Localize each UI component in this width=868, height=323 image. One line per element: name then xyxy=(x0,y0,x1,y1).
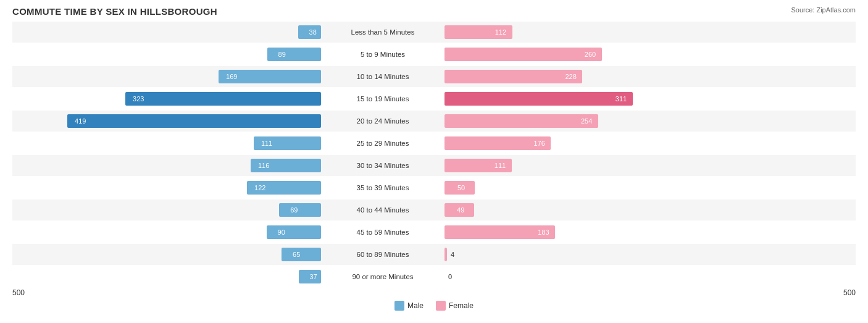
value-male: 116 xyxy=(258,162,269,169)
value-female: 228 xyxy=(565,73,576,80)
legend-male-box xyxy=(394,301,404,311)
bar-label: 20 to 24 Minutes xyxy=(321,117,444,125)
bar-row: 16910 to 14 Minutes228 xyxy=(12,66,856,87)
bar-label: 25 to 29 Minutes xyxy=(321,140,444,147)
value-male: 37 xyxy=(310,273,317,280)
legend-male: Male xyxy=(394,301,424,311)
bar-male xyxy=(267,48,321,61)
bar-label: 90 or more Minutes xyxy=(321,273,444,280)
bar-label: 60 to 89 Minutes xyxy=(321,251,444,258)
right-section: 254 xyxy=(444,111,753,132)
bar-female xyxy=(444,248,447,261)
right-section: 311 xyxy=(444,88,753,109)
left-section: 37 xyxy=(12,266,321,287)
bar-label: 5 to 9 Minutes xyxy=(321,51,444,58)
value-female: 112 xyxy=(495,28,506,36)
legend-female-label: Female xyxy=(449,301,474,310)
value-male: 69 xyxy=(290,206,298,214)
bar-row: 32315 to 19 Minutes311 xyxy=(12,88,856,109)
bar-male xyxy=(125,92,321,106)
value-female: 0 xyxy=(448,273,452,280)
value-male: 419 xyxy=(75,117,86,125)
bar-label: 40 to 44 Minutes xyxy=(321,206,444,214)
bar-female xyxy=(444,92,633,106)
value-female: 260 xyxy=(585,51,596,58)
axis-labels: 500 500 xyxy=(12,288,856,297)
bar-male xyxy=(267,225,321,239)
value-female: 49 xyxy=(457,206,464,214)
right-section: 260 xyxy=(444,44,753,65)
bar-row: 895 to 9 Minutes260 xyxy=(12,44,856,65)
legend-female-box xyxy=(436,301,446,311)
bar-row: 6940 to 44 Minutes49 xyxy=(12,199,856,220)
bar-row: 41920 to 24 Minutes254 xyxy=(12,111,856,132)
legend-male-label: Male xyxy=(407,301,424,310)
bar-label: 10 to 14 Minutes xyxy=(321,73,444,80)
bar-row: 3790 or more Minutes0 xyxy=(12,266,856,287)
left-section: 90 xyxy=(12,222,321,243)
value-male: 38 xyxy=(309,28,317,36)
bar-label: 45 to 59 Minutes xyxy=(321,229,444,236)
left-section: 323 xyxy=(12,88,321,109)
left-section: 169 xyxy=(12,66,321,87)
bar-label: 30 to 34 Minutes xyxy=(321,162,444,169)
value-male: 89 xyxy=(278,51,286,58)
bar-row: 9045 to 59 Minutes183 xyxy=(12,222,856,243)
right-section: 49 xyxy=(444,199,753,220)
bar-row: 11630 to 34 Minutes111 xyxy=(12,155,856,176)
value-female: 183 xyxy=(538,229,549,236)
value-female: 254 xyxy=(581,117,592,125)
right-section: 4 xyxy=(444,244,753,265)
bar-row: 12235 to 39 Minutes50 xyxy=(12,177,856,198)
right-section: 183 xyxy=(444,222,753,243)
bar-label: Less than 5 Minutes xyxy=(321,28,444,36)
bar-row: 38Less than 5 Minutes112 xyxy=(12,22,856,43)
bar-female xyxy=(444,70,582,83)
right-section: 0 xyxy=(444,266,753,287)
bar-female xyxy=(444,48,602,61)
left-section: 69 xyxy=(12,199,321,220)
axis-right: 500 xyxy=(843,288,856,297)
chart-container: COMMUTE TIME BY SEX IN HILLSBOROUGH Sour… xyxy=(0,0,868,323)
value-male: 169 xyxy=(226,73,237,80)
value-female: 50 xyxy=(457,184,465,191)
source-text: Source: ZipAtlas.com xyxy=(791,6,856,14)
bar-row: 11125 to 29 Minutes176 xyxy=(12,133,856,154)
left-section: 65 xyxy=(12,244,321,265)
value-male: 90 xyxy=(278,229,285,236)
left-section: 89 xyxy=(12,44,321,65)
legend-female: Female xyxy=(436,301,474,311)
left-section: 419 xyxy=(12,111,321,132)
bar-male xyxy=(282,248,321,261)
bar-label: 35 to 39 Minutes xyxy=(321,184,444,191)
right-section: 50 xyxy=(444,177,753,198)
value-male: 122 xyxy=(254,184,265,191)
right-section: 112 xyxy=(444,22,753,43)
axis-left: 500 xyxy=(12,288,25,297)
value-female: 176 xyxy=(533,140,545,147)
value-male: 323 xyxy=(133,95,144,103)
right-section: 228 xyxy=(444,66,753,87)
right-section: 176 xyxy=(444,133,753,154)
bar-male xyxy=(279,203,321,217)
bar-male xyxy=(67,114,321,128)
bar-row: 6560 to 89 Minutes4 xyxy=(12,244,856,265)
left-section: 116 xyxy=(12,155,321,176)
chart-title: COMMUTE TIME BY SEX IN HILLSBOROUGH xyxy=(12,6,856,17)
right-section: 111 xyxy=(444,155,753,176)
bars-area: 38Less than 5 Minutes112895 to 9 Minutes… xyxy=(12,22,856,287)
left-section: 38 xyxy=(12,22,321,43)
value-female: 311 xyxy=(616,95,627,103)
value-female: 4 xyxy=(451,251,454,258)
left-section: 111 xyxy=(12,133,321,154)
value-female: 111 xyxy=(495,162,506,169)
value-male: 65 xyxy=(293,251,300,258)
bar-label: 15 to 19 Minutes xyxy=(321,95,444,103)
legend: Male Female xyxy=(12,301,856,311)
bar-female xyxy=(444,114,598,128)
left-section: 122 xyxy=(12,177,321,198)
value-male: 111 xyxy=(261,140,272,147)
